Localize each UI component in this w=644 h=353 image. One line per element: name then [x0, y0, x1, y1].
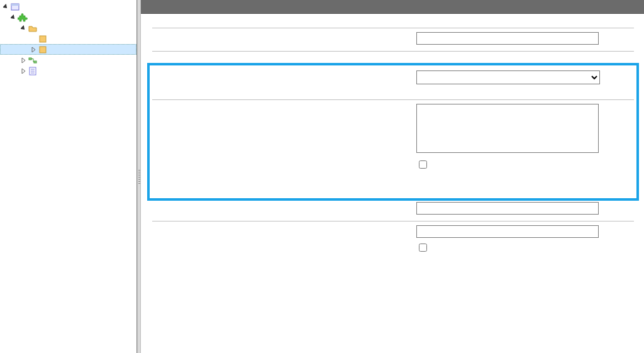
connection-tree-panel[interactable]: [0, 0, 137, 353]
connection-tree: [0, 0, 136, 77]
tree-item-data-entities[interactable]: [0, 23, 136, 33]
entity-icon: [38, 45, 48, 55]
expand-icon[interactable]: [20, 57, 26, 64]
expand-icon[interactable]: [30, 47, 36, 53]
setting-data-entity-title: [152, 28, 634, 51]
tree-item-data-entity-1[interactable]: [0, 33, 136, 44]
settings-panel: [141, 14, 644, 353]
puzzle-icon: [18, 13, 28, 23]
data-entity-title-input[interactable]: [416, 32, 599, 45]
encrypt-checkbox[interactable]: [419, 160, 427, 169]
splitter-grip-icon: [138, 170, 140, 184]
expand-icon[interactable]: [20, 68, 26, 74]
svg-rect-2: [40, 36, 46, 42]
tree-item-data-entity-2[interactable]: [0, 44, 136, 55]
setting-data-provider: [152, 67, 634, 99]
entity-type-value: [416, 55, 634, 57]
tree-item-logs[interactable]: [0, 65, 136, 76]
tree-item-mapping-settings[interactable]: [0, 55, 136, 65]
svg-rect-1: [11, 4, 19, 6]
collapse-icon[interactable]: [20, 25, 26, 31]
encrypt-primary-key-checkbox[interactable]: [419, 244, 427, 252]
tree-root[interactable]: [0, 1, 136, 12]
folder-icon: [28, 23, 38, 33]
collapse-icon[interactable]: [10, 14, 16, 21]
connection-string-textarea[interactable]: [416, 104, 599, 153]
entity-icon: [38, 34, 48, 44]
svg-rect-4: [29, 58, 31, 60]
mapping-icon: [28, 55, 38, 65]
primary-key-input[interactable]: [416, 225, 599, 238]
password-input[interactable]: [416, 202, 599, 215]
setting-connection-string: [152, 99, 634, 194]
setting-primary-keys: [152, 221, 634, 260]
collapse-icon[interactable]: [3, 4, 9, 10]
svg-rect-5: [34, 61, 36, 63]
data-provider-select[interactable]: [416, 70, 600, 84]
tree-item-crm-business-central[interactable]: [0, 12, 136, 23]
logs-icon: [28, 66, 38, 76]
setting-entity-type: [152, 51, 634, 63]
page-title-bar: [141, 0, 644, 14]
highlighted-region: [147, 63, 639, 201]
svg-rect-3: [40, 47, 46, 53]
setting-password: [152, 201, 634, 221]
manager-icon: [10, 2, 20, 12]
